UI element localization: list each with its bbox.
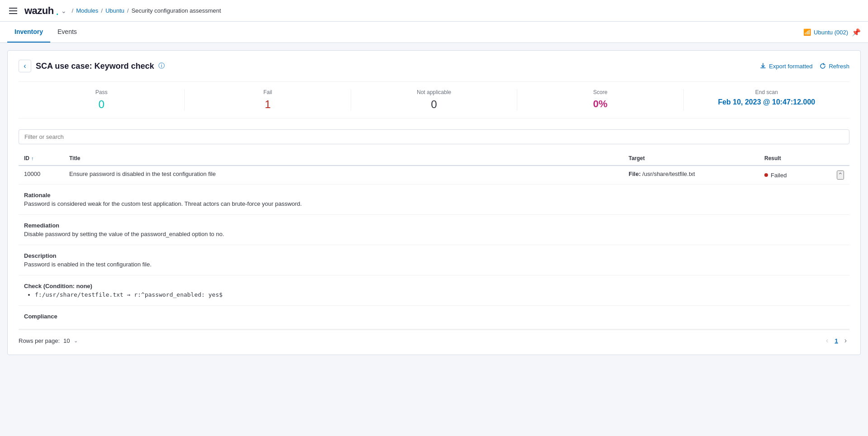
compliance-heading: Compliance bbox=[24, 313, 844, 320]
rationale-text: Password is considered weak for the cust… bbox=[24, 200, 844, 207]
card-header: ‹ SCA use case: Keyword check ⓘ Export f… bbox=[19, 60, 849, 72]
col-header-id[interactable]: ID ↑ bbox=[19, 152, 64, 166]
stat-score-value: 0% bbox=[517, 98, 683, 110]
tabs: Inventory Events bbox=[7, 22, 84, 43]
filter-input[interactable] bbox=[19, 129, 849, 144]
breadcrumb-ubuntu[interactable]: Ubuntu bbox=[105, 7, 124, 14]
export-icon bbox=[760, 63, 766, 69]
stat-endscan: End scan Feb 10, 2023 @ 10:47:12.000 bbox=[684, 89, 849, 111]
stat-na-label: Not applicable bbox=[351, 89, 517, 95]
card-actions: Export formatted Refresh bbox=[760, 63, 849, 70]
col-header-title[interactable]: Title bbox=[64, 152, 623, 166]
page-controls: ‹ 1 › bbox=[823, 336, 849, 346]
main-content: ‹ SCA use case: Keyword check ⓘ Export f… bbox=[0, 43, 868, 436]
check-heading: Check (Condition: none) bbox=[24, 283, 844, 289]
stat-score-label: Score bbox=[517, 89, 683, 95]
breadcrumb-separator: / bbox=[72, 7, 74, 14]
stat-na-value: 0 bbox=[351, 98, 517, 111]
breadcrumb: / Modules / Ubuntu / Security configurat… bbox=[72, 7, 221, 14]
cell-title: Ensure password is disabled in the test … bbox=[64, 166, 623, 185]
logo-chevron-icon[interactable]: ⌄ bbox=[61, 7, 67, 14]
check-code: f:/usr/share/testfile.txt → r:^password_… bbox=[24, 291, 844, 298]
table-row: 10000 Ensure password is disabled in the… bbox=[19, 166, 849, 185]
description-section: Description Password is enabled in the t… bbox=[19, 245, 849, 275]
stat-fail-label: Fail bbox=[185, 89, 350, 95]
stat-fail: Fail 1 bbox=[185, 89, 351, 111]
stat-pass: Pass 0 bbox=[19, 89, 185, 111]
export-formatted-button[interactable]: Export formatted bbox=[760, 63, 812, 70]
detail-row: Rationale Password is considered weak fo… bbox=[19, 185, 849, 330]
prev-page-button[interactable]: ‹ bbox=[823, 336, 831, 346]
stat-endscan-label: End scan bbox=[684, 89, 849, 95]
breadcrumb-separator: / bbox=[101, 7, 103, 14]
agent-badge: 📶 Ubuntu (002) bbox=[803, 28, 848, 36]
stat-fail-value: 1 bbox=[185, 98, 350, 111]
logo-area: wazuh. ⌄ bbox=[24, 5, 67, 17]
refresh-button[interactable]: Refresh bbox=[820, 63, 849, 70]
expand-row-button[interactable]: ⌃ bbox=[837, 171, 844, 180]
logo-dot: . bbox=[56, 5, 59, 17]
result-text: Failed bbox=[771, 172, 787, 179]
filter-bar bbox=[19, 129, 849, 144]
info-icon[interactable]: ⓘ bbox=[158, 62, 165, 70]
col-header-result[interactable]: Result bbox=[759, 152, 849, 166]
tab-inventory[interactable]: Inventory bbox=[7, 22, 50, 43]
check-item: f:/usr/share/testfile.txt → r:^password_… bbox=[35, 291, 844, 298]
stat-na: Not applicable 0 bbox=[351, 89, 517, 111]
stat-endscan-value: Feb 10, 2023 @ 10:47:12.000 bbox=[684, 98, 849, 106]
rows-per-page-label: Rows per page: bbox=[19, 337, 60, 344]
main-card: ‹ SCA use case: Keyword check ⓘ Export f… bbox=[7, 50, 861, 355]
logo-text: wazuh bbox=[24, 5, 54, 17]
refresh-icon bbox=[820, 63, 826, 69]
rationale-heading: Rationale bbox=[24, 192, 844, 199]
col-header-target[interactable]: Target bbox=[623, 152, 759, 166]
stat-pass-label: Pass bbox=[19, 89, 184, 95]
breadcrumb-modules[interactable]: Modules bbox=[76, 7, 98, 14]
target-label: File: bbox=[629, 171, 641, 177]
stat-pass-value: 0 bbox=[19, 98, 184, 111]
agent-name: Ubuntu (002) bbox=[814, 29, 848, 36]
remediation-section: Remediation Disable password by setting … bbox=[19, 215, 849, 245]
tab-events[interactable]: Events bbox=[50, 22, 84, 43]
sort-icon: ↑ bbox=[31, 156, 34, 161]
rows-per-page-selector[interactable]: Rows per page: 10 ⌄ bbox=[19, 337, 78, 344]
stats-row: Pass 0 Fail 1 Not applicable 0 Score 0% … bbox=[19, 81, 849, 118]
card-title: SCA use case: Keyword check bbox=[36, 62, 154, 71]
rationale-section: Rationale Password is considered weak fo… bbox=[19, 185, 849, 215]
menu-button[interactable] bbox=[7, 6, 19, 16]
rows-per-page-value: 10 bbox=[63, 337, 70, 344]
breadcrumb-current: Security configuration assessment bbox=[131, 7, 221, 14]
result-dot-icon bbox=[764, 173, 768, 177]
stat-score: Score 0% bbox=[517, 89, 683, 111]
table-header-row: ID ↑ Title Target Result bbox=[19, 152, 849, 166]
top-nav: wazuh. ⌄ / Modules / Ubuntu / Security c… bbox=[0, 0, 868, 22]
rows-per-page-chevron-icon: ⌄ bbox=[74, 338, 78, 344]
description-heading: Description bbox=[24, 252, 844, 259]
card-title-area: ‹ SCA use case: Keyword check ⓘ bbox=[19, 60, 165, 72]
refresh-label: Refresh bbox=[829, 63, 849, 70]
wifi-icon: 📶 bbox=[803, 28, 811, 36]
next-page-button[interactable]: › bbox=[842, 336, 849, 346]
target-value: /usr/share/testfile.txt bbox=[642, 171, 695, 177]
tab-right-area: 📶 Ubuntu (002) 📌 bbox=[803, 28, 861, 37]
detail-cell: Rationale Password is considered weak fo… bbox=[19, 185, 849, 330]
result-cell: Failed bbox=[764, 172, 787, 179]
tabs-bar: Inventory Events 📶 Ubuntu (002) 📌 bbox=[0, 22, 868, 43]
remediation-text: Disable password by setting the value of… bbox=[24, 231, 844, 237]
compliance-section: Compliance bbox=[19, 306, 849, 329]
data-table: ID ↑ Title Target Result bbox=[19, 152, 849, 330]
current-page-number[interactable]: 1 bbox=[835, 337, 838, 344]
cell-id: 10000 bbox=[19, 166, 64, 185]
check-section: Check (Condition: none) f:/usr/share/tes… bbox=[19, 275, 849, 306]
pagination: Rows per page: 10 ⌄ ‹ 1 › bbox=[19, 330, 849, 346]
cell-target: File: /usr/share/testfile.txt bbox=[623, 166, 759, 185]
export-label: Export formatted bbox=[769, 63, 812, 70]
pin-icon[interactable]: 📌 bbox=[852, 28, 861, 37]
description-text: Password is enabled in the test configur… bbox=[24, 261, 844, 268]
back-button[interactable]: ‹ bbox=[19, 60, 31, 72]
breadcrumb-separator: / bbox=[127, 7, 129, 14]
result-container: Failed ⌃ bbox=[764, 171, 844, 180]
remediation-heading: Remediation bbox=[24, 222, 844, 229]
cell-result: Failed ⌃ bbox=[759, 166, 849, 185]
